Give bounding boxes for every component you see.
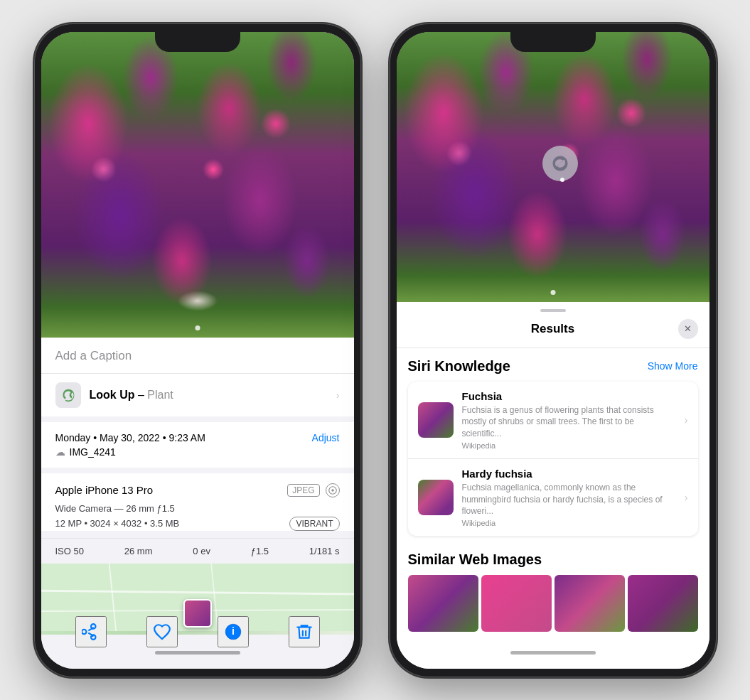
similar-image-4[interactable] <box>628 575 698 632</box>
hardy-fuchsia-item[interactable]: Hardy fuchsia Fuchsia magellanica, commo… <box>408 458 698 536</box>
adjust-button[interactable]: Adjust <box>312 432 340 443</box>
focal-length: 26 mm <box>124 546 153 556</box>
lookup-icon <box>55 382 81 408</box>
fuchsia-source: Wikipedia <box>462 441 676 450</box>
lookup-chevron-icon: › <box>336 389 340 401</box>
device-row: Apple iPhone 13 Pro JPEG <box>55 483 340 497</box>
right-photo-display <box>397 32 709 302</box>
info-button[interactable]: i <box>218 616 249 647</box>
svg-text:i: i <box>232 625 235 637</box>
filename-label: IMG_4241 <box>70 446 116 458</box>
camera-settings-icon[interactable] <box>326 483 340 497</box>
filename-row: ☁ IMG_4241 <box>55 446 340 458</box>
shutter-speed: 1/181 s <box>309 546 340 556</box>
device-section: Apple iPhone 13 Pro JPEG <box>41 473 354 531</box>
fuchsia-thumbnail <box>418 402 454 438</box>
fuchsia-desc: Fuchsia is a genus of flowering plants t… <box>462 404 676 440</box>
right-phone-screen: Results ✕ Siri Knowledge Show More <box>397 32 709 669</box>
format-badge: JPEG <box>287 484 319 497</box>
hardy-fuchsia-thumbnail <box>418 480 454 515</box>
left-screen-content: Add a Caption Look Up – Plant › <box>41 32 354 669</box>
info-icon: i <box>224 623 242 641</box>
similar-images-section: Similar Web Images <box>397 542 709 637</box>
aperture-icon <box>328 485 338 495</box>
similar-images-grid <box>408 575 698 632</box>
aperture-value: ƒ1.5 <box>251 546 269 556</box>
divider-1 <box>41 416 354 422</box>
notch-r <box>510 32 596 52</box>
home-indicator <box>155 651 240 655</box>
vibrant-badge: VIBRANT <box>289 517 339 531</box>
left-phone-screen: Add a Caption Look Up – Plant › <box>41 32 354 669</box>
caption-placeholder[interactable]: Add a Caption <box>55 349 132 362</box>
show-more-button[interactable]: Show More <box>648 360 698 372</box>
page-indicator-dot-r <box>550 290 555 295</box>
knowledge-card: Fuchsia Fuchsia is a genus of flowering … <box>408 382 698 537</box>
lookup-label: Look Up – Plant <box>90 389 173 402</box>
date-row: Monday • May 30, 2022 • 9:23 AM Adjust <box>55 432 340 443</box>
hardy-fuchsia-content: Hardy fuchsia Fuchsia magellanica, commo… <box>462 468 676 527</box>
siri-knowledge-title: Siri Knowledge <box>408 358 510 375</box>
meta-section: Monday • May 30, 2022 • 9:23 AM Adjust ☁… <box>41 422 354 468</box>
flower-image <box>41 32 354 338</box>
mp-text: 12 MP • 3024 × 4032 • 3.5 MB <box>55 518 180 529</box>
results-body: Siri Knowledge Show More Fuchsia Fuchsia <box>397 348 709 669</box>
phones-container: Add a Caption Look Up – Plant › <box>34 23 717 677</box>
hardy-fuchsia-chevron-icon: › <box>685 492 688 503</box>
similar-image-1[interactable] <box>408 575 478 632</box>
heart-icon <box>153 623 171 641</box>
device-name: Apple iPhone 13 Pro <box>55 484 154 496</box>
favorite-button[interactable] <box>146 616 178 647</box>
device-badges: JPEG <box>287 483 339 497</box>
caption-area[interactable]: Add a Caption <box>41 338 354 373</box>
similar-images-title: Similar Web Images <box>408 551 698 568</box>
share-button[interactable] <box>75 616 107 647</box>
iso-value: ISO 50 <box>55 546 84 556</box>
right-phone-frame: Results ✕ Siri Knowledge Show More <box>390 23 717 677</box>
divider-2 <box>41 468 354 473</box>
similar-image-3[interactable] <box>555 575 625 632</box>
camera-specs: Wide Camera — 26 mm ƒ1.5 <box>55 503 340 514</box>
right-screen-content: Results ✕ Siri Knowledge Show More <box>397 32 709 669</box>
ev-value: 0 ev <box>193 546 210 556</box>
siri-section-header: Siri Knowledge Show More <box>408 358 698 375</box>
delete-button[interactable] <box>289 616 320 647</box>
visual-lookup-indicator-dot <box>560 178 564 182</box>
home-indicator-r <box>510 651 596 655</box>
page-indicator-dot <box>195 325 200 330</box>
photo-date: Monday • May 30, 2022 • 9:23 AM <box>55 432 205 443</box>
hardy-fuchsia-desc: Fuchsia magellanica, commonly known as t… <box>462 482 676 517</box>
fuchsia-chevron-icon: › <box>685 414 688 426</box>
similar-image-2[interactable] <box>481 575 552 632</box>
lookup-row[interactable]: Look Up – Plant › <box>41 373 354 416</box>
mp-row: 12 MP • 3024 × 4032 • 3.5 MB VIBRANT <box>55 517 340 531</box>
left-phone-frame: Add a Caption Look Up – Plant › <box>34 23 361 677</box>
notch <box>155 32 240 52</box>
results-title: Results <box>428 322 678 336</box>
fuchsia-item[interactable]: Fuchsia Fuchsia is a genus of flowering … <box>408 382 698 458</box>
trash-icon <box>295 623 314 641</box>
drag-handle[interactable] <box>540 309 566 312</box>
results-panel: Results ✕ Siri Knowledge Show More <box>397 302 709 669</box>
results-header: Results ✕ <box>397 316 709 348</box>
photo-display[interactable] <box>41 32 354 338</box>
bottom-toolbar: i <box>41 616 354 647</box>
fuchsia-content: Fuchsia Fuchsia is a genus of flowering … <box>462 390 676 450</box>
share-icon <box>82 623 100 641</box>
siri-knowledge-section: Siri Knowledge Show More Fuchsia Fuchsia <box>397 348 709 542</box>
cloud-icon: ☁ <box>55 446 65 458</box>
hardy-fuchsia-name: Hardy fuchsia <box>462 468 676 480</box>
hardy-fuchsia-source: Wikipedia <box>462 519 676 527</box>
visual-lookup-icon <box>550 154 570 173</box>
leaf-icon <box>61 388 75 402</box>
visual-lookup-button[interactable] <box>542 146 578 181</box>
exif-row: ISO 50 26 mm 0 ev ƒ1.5 1/181 s <box>41 538 354 564</box>
svg-point-1 <box>331 489 334 492</box>
fuchsia-name: Fuchsia <box>462 390 676 402</box>
close-button[interactable]: ✕ <box>678 319 698 339</box>
